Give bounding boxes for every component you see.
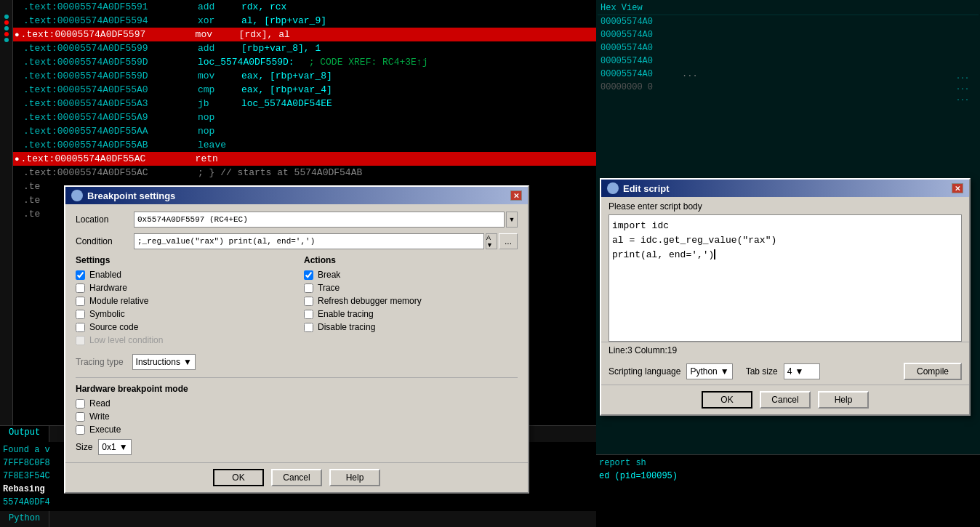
settings-column: Settings Enabled Hardware Module relativ… xyxy=(76,255,289,348)
size-dropdown[interactable]: 0x1 ▼ xyxy=(98,439,131,455)
enabled-label: Enabled xyxy=(89,270,121,280)
pid-line: ed (pid=100095) xyxy=(599,471,977,481)
edit-script-title: Edit script ✕ xyxy=(601,180,969,197)
enable-tracing-checkbox[interactable] xyxy=(304,310,313,319)
source-code-checkbox[interactable] xyxy=(76,323,85,332)
hex-line: 00005574A0 xyxy=(601,17,976,30)
dialog-footer-breakpoint: OK Cancel Help xyxy=(65,462,528,492)
compile-button[interactable]: Compile xyxy=(904,363,962,380)
symbolic-label: Symbolic xyxy=(89,309,125,319)
disable-tracing-checkbox[interactable] xyxy=(304,323,313,332)
right-output: report sh ed (pid=100095) xyxy=(596,454,980,527)
script-line-2: al = idc.get_reg_value("rax") xyxy=(612,233,958,247)
location-row: Location ▼ xyxy=(76,212,518,228)
tab-size-dropdown[interactable]: 4 ▼ xyxy=(784,363,820,379)
symbolic-checkbox[interactable] xyxy=(76,310,85,319)
location-input[interactable] xyxy=(134,212,505,228)
condition-dropdown[interactable]: A ▼ xyxy=(486,233,497,249)
instructions-dropdown[interactable]: Instructions ▼ xyxy=(132,354,196,370)
python-tab-bar: Python xyxy=(0,511,596,527)
tab-python[interactable]: Python xyxy=(0,511,49,527)
dialog-title-text: Breakpoint settings xyxy=(87,190,175,201)
settings-actions-section: Settings Enabled Hardware Module relativ… xyxy=(76,255,518,348)
close-button[interactable]: ✕ xyxy=(510,190,522,201)
disasm-line: .text:00005574A0DF55AC ; } // starts at … xyxy=(13,166,596,180)
edit-script-dialog[interactable]: Edit script ✕ Please enter script body i… xyxy=(600,178,971,416)
size-row: Size 0x1 ▼ xyxy=(76,439,518,455)
code-text: import idc xyxy=(612,220,669,231)
hex-line: 00005574A0... xyxy=(601,69,976,82)
tab-size-value: 4 xyxy=(787,366,792,377)
disasm-line: .text:00005574A0DF55A3 jb loc_5574A0DF54… xyxy=(13,97,596,110)
sidebar-dot xyxy=(4,26,9,31)
edit-script-help-button[interactable]: Help xyxy=(818,391,869,409)
location-label: Location xyxy=(76,214,134,225)
condition-input[interactable] xyxy=(134,233,484,249)
language-value: Python xyxy=(690,366,717,377)
break-checkbox[interactable] xyxy=(304,270,313,280)
read-label: Read xyxy=(89,398,111,409)
disasm-line: .text:00005574A0DF55A0 cmp eax, [rbp+var… xyxy=(13,83,596,97)
edit-script-title-text: Edit script xyxy=(623,183,670,194)
scripting-language-dropdown[interactable]: Python ▼ xyxy=(686,363,732,379)
checkbox-write: Write xyxy=(76,411,518,422)
module-relative-label: Module relative xyxy=(89,296,148,306)
ok-button[interactable]: OK xyxy=(213,469,264,486)
help-button[interactable]: Help xyxy=(329,469,380,486)
execute-label: Execute xyxy=(89,425,121,435)
script-editor[interactable]: import idc al = idc.get_reg_value("rax")… xyxy=(609,214,962,342)
hex-content: 00005574A0 00005574A0 00005574A0 0000557… xyxy=(598,15,979,97)
tab-output[interactable]: Output xyxy=(0,426,49,442)
instructions-dropdown-arrow: ▼ xyxy=(183,357,192,367)
cancel-button[interactable]: Cancel xyxy=(271,469,322,486)
edit-script-cancel-button[interactable]: Cancel xyxy=(760,391,811,409)
edit-script-footer: OK Cancel Help xyxy=(601,385,969,414)
instructions-label: Instructions xyxy=(136,357,180,367)
size-value: 0x1 xyxy=(102,442,116,452)
trace-checkbox[interactable] xyxy=(304,283,313,293)
tab-size-label: Tab size xyxy=(746,366,778,377)
language-dropdown-arrow: ▼ xyxy=(720,366,729,377)
hardware-checkbox[interactable] xyxy=(76,283,85,293)
location-dropdown[interactable]: ▼ xyxy=(506,212,518,228)
checkbox-trace: Trace xyxy=(304,283,518,293)
edit-script-close-button[interactable]: ✕ xyxy=(952,183,963,193)
condition-label: Condition xyxy=(76,236,134,246)
checkbox-read: Read xyxy=(76,398,518,409)
read-checkbox[interactable] xyxy=(76,399,85,409)
tracing-type-label: Tracing type xyxy=(76,357,124,367)
code-text: al = idc.get_reg_value("rax") xyxy=(612,235,776,246)
edit-script-ok-button[interactable]: OK xyxy=(702,391,752,409)
disasm-line: .text:00005574A0DF559D loc_5574A0DF559D:… xyxy=(13,55,596,69)
execute-checkbox[interactable] xyxy=(76,425,85,435)
output-line: 5574A0DF4 xyxy=(3,497,593,510)
dialog-title-breakpoint: Breakpoint settings ✕ xyxy=(65,187,528,204)
module-relative-checkbox[interactable] xyxy=(76,297,85,306)
hex-line: 00005574A0 xyxy=(601,43,976,56)
hex-view-label: Hex View xyxy=(601,3,643,13)
right-output-line: report sh xyxy=(599,458,977,468)
low-level-checkbox xyxy=(76,336,85,345)
dots-button[interactable]: ... xyxy=(499,233,518,249)
enabled-checkbox[interactable] xyxy=(76,270,85,280)
checkbox-hardware: Hardware xyxy=(76,283,289,293)
checkbox-low-level: Low level condition xyxy=(76,335,289,345)
script-status: Line:3 Column:19 xyxy=(601,342,969,358)
script-line-1: import idc xyxy=(612,218,958,233)
edit-script-icon xyxy=(607,182,619,194)
hex-line: 00000000 0 xyxy=(601,82,976,95)
write-checkbox[interactable] xyxy=(76,412,85,422)
scripting-language-label: Scripting language xyxy=(609,366,680,377)
breakpoint-settings-dialog[interactable]: Breakpoint settings ✕ Location ▼ Conditi… xyxy=(64,185,529,494)
refresh-debugger-checkbox[interactable] xyxy=(304,297,313,306)
checkbox-break: Break xyxy=(304,270,518,280)
source-code-label: Source code xyxy=(89,322,138,332)
sidebar-dot xyxy=(4,15,9,19)
condition-row: Condition A ▼ ... xyxy=(76,233,518,249)
dialog-icon xyxy=(71,190,83,201)
checkbox-enable-tracing: Enable tracing xyxy=(304,309,518,319)
text-cursor xyxy=(714,249,715,260)
disable-tracing-label: Disable tracing xyxy=(318,322,375,332)
actions-title: Actions xyxy=(304,255,518,265)
size-dropdown-arrow: ▼ xyxy=(119,442,128,452)
